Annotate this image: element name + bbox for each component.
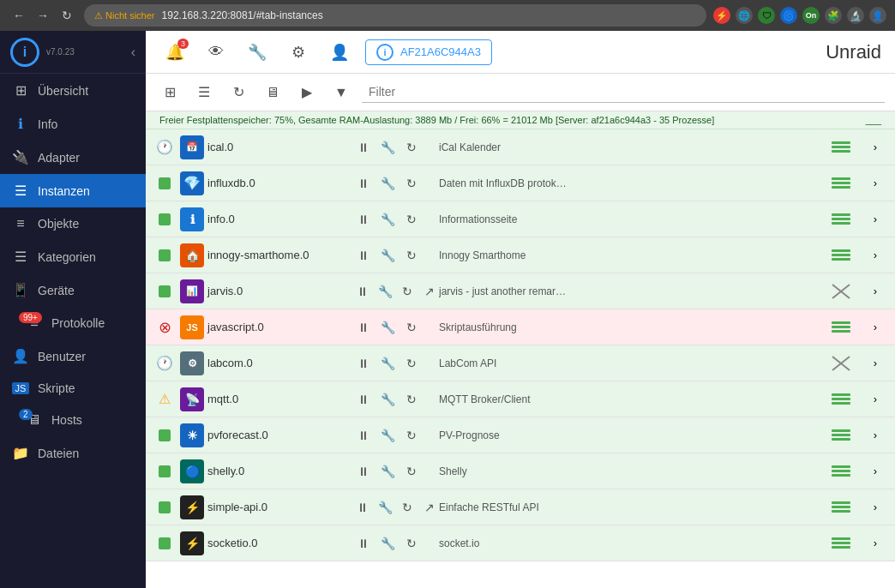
wrench-button[interactable]: 🔧 <box>242 37 273 68</box>
config-button-socketio[interactable]: 🔧 <box>377 533 398 554</box>
link-button-jarvis[interactable]: ↗ <box>420 281 439 302</box>
browser-icon-4[interactable]: 🌀 <box>780 7 797 24</box>
sidebar-item-geraete[interactable]: 📱 Geräte <box>0 273 146 307</box>
reload-button[interactable]: ↻ <box>57 5 77 26</box>
config-button-influxdb[interactable]: 🔧 <box>377 173 398 194</box>
browser-icon-6[interactable]: 🧩 <box>825 7 842 24</box>
browser-icon-8[interactable]: 👤 <box>869 7 886 24</box>
status-square-simple-api <box>159 501 171 513</box>
config-button-jarvis[interactable]: 🔧 <box>375 281 394 302</box>
row-expand-labcom[interactable]: › <box>862 357 888 369</box>
sidebar-item-adapter[interactable]: 🔌 Adapter <box>0 141 146 174</box>
notifications-button[interactable]: 🔔 3 <box>159 37 190 68</box>
forward-button[interactable]: → <box>33 5 53 26</box>
restart-button-mqtt[interactable]: ↻ <box>401 389 422 410</box>
pause-button-javascript[interactable]: ⏸ <box>353 317 374 338</box>
sidebar-item-benutzer[interactable]: 👤 Benutzer <box>0 339 146 373</box>
sidebar-item-dateien[interactable]: 📁 Dateien <box>0 436 146 470</box>
sidebar-item-uebersicht[interactable]: ⊞ Übersicht <box>0 74 146 107</box>
pause-button-simple-api[interactable]: ⏸ <box>353 497 372 518</box>
row-expand-javascript[interactable]: › <box>862 321 888 333</box>
restart-button-jarvis[interactable]: ↻ <box>398 281 417 302</box>
restart-button-info[interactable]: ↻ <box>401 209 422 230</box>
table-row: ℹ info.0 ⏸ 🔧 ↻ Informationsseite › <box>146 201 895 237</box>
row-expand-simple-api[interactable]: › <box>862 501 888 513</box>
row-expand-mqtt[interactable]: › <box>862 393 888 405</box>
restart-button-labcom[interactable]: ↻ <box>401 353 422 374</box>
row-expand-info[interactable]: › <box>862 213 888 225</box>
config-button-mqtt[interactable]: 🔧 <box>377 389 398 410</box>
config-button-shelly[interactable]: 🔧 <box>377 461 398 482</box>
pause-button-innogy[interactable]: ⏸ <box>353 245 374 266</box>
table-row: 📊 jarvis.0 ⏸ 🔧 ↻ ↗ jarvis - just another… <box>146 273 895 309</box>
pause-button-ical[interactable]: ⏸ <box>353 137 374 158</box>
row-expand-influxdb[interactable]: › <box>862 177 888 189</box>
pause-button-influxdb[interactable]: ⏸ <box>353 173 374 194</box>
eye-button[interactable]: 👁 <box>201 37 231 68</box>
profile-button[interactable]: 👤 <box>324 37 355 68</box>
row-expand-jarvis[interactable]: › <box>862 285 888 297</box>
filter-input[interactable] <box>362 81 885 103</box>
restart-button-javascript[interactable]: ↻ <box>401 317 422 338</box>
collapse-button[interactable]: ‹ <box>131 45 135 60</box>
table-icon: ⊞ <box>165 84 176 100</box>
table-view-button[interactable]: ⊞ <box>156 79 183 106</box>
filter-button[interactable]: ▼ <box>327 79 355 106</box>
pause-button-jarvis[interactable]: ⏸ <box>353 281 372 302</box>
restart-button-simple-api[interactable]: ↻ <box>398 497 417 518</box>
restart-button-shelly[interactable]: ↻ <box>401 461 422 482</box>
play-button[interactable]: ▶ <box>293 79 321 106</box>
status-square-jarvis <box>159 285 171 297</box>
settings-button[interactable]: ⚙ <box>283 37 314 68</box>
ical-avatar: 📅 <box>180 135 204 159</box>
link-button-simple-api[interactable]: ↗ <box>420 497 439 518</box>
restart-button-pvforecast[interactable]: ↻ <box>401 425 422 446</box>
pause-button-labcom[interactable]: ⏸ <box>353 353 374 374</box>
row-icon-info: ℹ <box>177 207 207 231</box>
config-button-labcom[interactable]: 🔧 <box>377 353 398 374</box>
pause-button-pvforecast[interactable]: ⏸ <box>353 425 374 446</box>
browser-icon-7[interactable]: 🔬 <box>847 7 864 24</box>
devices-icon: 📱 <box>12 282 29 298</box>
config-button-info[interactable]: 🔧 <box>377 209 398 230</box>
pause-button-mqtt[interactable]: ⏸ <box>353 389 374 410</box>
pause-button-info[interactable]: ⏸ <box>353 209 374 230</box>
url-bar[interactable]: ⚠ Nicht sicher 192.168.3.220:8081/#tab-i… <box>84 4 706 27</box>
config-button-simple-api[interactable]: 🔧 <box>375 497 394 518</box>
back-button[interactable]: ← <box>9 5 29 26</box>
sidebar-item-hosts[interactable]: 2 🖥 Hosts <box>0 404 146 436</box>
list-view-button[interactable]: ☰ <box>190 79 218 106</box>
browser-icon-1[interactable]: ⚡ <box>713 7 730 24</box>
sidebar-item-protokolle[interactable]: 99+ ≡ Protokolle <box>0 307 146 339</box>
config-button-innogy[interactable]: 🔧 <box>377 245 398 266</box>
instance-selector[interactable]: i AF21A6C944A3 <box>365 39 492 65</box>
row-expand-pvforecast[interactable]: › <box>862 429 888 441</box>
refresh-button[interactable]: ↻ <box>225 79 252 106</box>
row-desc-mqtt: MQTT Broker/Client <box>439 393 820 405</box>
config-button-ical[interactable]: 🔧 <box>377 137 398 158</box>
sidebar-item-skripte[interactable]: JS Skripte <box>0 373 146 404</box>
pause-button-socketio[interactable]: ⏸ <box>353 533 374 554</box>
monitor-button[interactable]: 🖥 <box>259 79 286 106</box>
row-expand-socketio[interactable]: › <box>862 537 888 549</box>
restart-button-ical[interactable]: ↻ <box>401 137 422 158</box>
sidebar-item-objekte[interactable]: ≡ Objekte <box>0 207 146 240</box>
sidebar-item-info[interactable]: ℹ Info <box>0 107 146 141</box>
row-name-ical: ical.0 <box>207 141 353 153</box>
gear-icon: ⚙ <box>291 43 305 62</box>
row-expand-innogy[interactable]: › <box>862 249 888 261</box>
main-content: 🔔 3 👁 🔧 ⚙ 👤 i AF21A6C944A3 Unraid <box>146 31 895 588</box>
sidebar-item-instanzen[interactable]: ☰ Instanzen <box>0 174 146 207</box>
config-button-pvforecast[interactable]: 🔧 <box>377 425 398 446</box>
row-expand-shelly[interactable]: › <box>862 465 888 477</box>
row-expand-ical[interactable]: › <box>862 141 888 153</box>
browser-icon-5[interactable]: On <box>802 7 820 24</box>
pause-button-shelly[interactable]: ⏸ <box>353 461 374 482</box>
browser-icon-2[interactable]: 🌐 <box>736 7 753 24</box>
restart-button-influxdb[interactable]: ↻ <box>401 173 422 194</box>
config-button-javascript[interactable]: 🔧 <box>377 317 398 338</box>
restart-button-socketio[interactable]: ↻ <box>401 533 422 554</box>
sidebar-item-kategorien[interactable]: ☰ Kategorien <box>0 240 146 273</box>
restart-button-innogy[interactable]: ↻ <box>401 245 422 266</box>
browser-icon-3[interactable]: 🛡 <box>758 7 775 24</box>
